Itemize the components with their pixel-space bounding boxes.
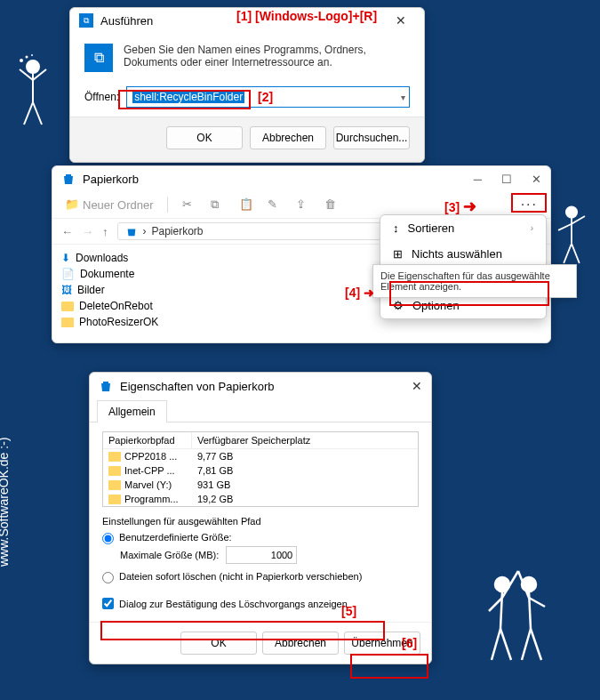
menu-sort[interactable]: ↕Sortieren›	[380, 215, 546, 241]
svg-line-17	[489, 598, 502, 611]
drive-row[interactable]: Programm...19,2 GB	[103, 492, 418, 506]
share-icon[interactable]: ⇪	[296, 197, 310, 212]
svg-line-24	[529, 598, 545, 607]
drive-row[interactable]: Marvel (Y:)931 GB	[103, 478, 418, 492]
radio-custom-label: Benutzerdefinierte Größe:	[119, 532, 232, 543]
run-big-icon	[84, 44, 113, 72]
run-title: Ausführen	[100, 14, 153, 28]
max-size-label: Maximale Größe (MB):	[120, 550, 219, 560]
sidebar-item-pictures[interactable]: 🖼Bilder	[61, 282, 168, 298]
drive-row[interactable]: CPP2018 ...9,77 GB	[103, 449, 418, 463]
svg-point-0	[27, 60, 39, 73]
maximize-button[interactable]: ☐	[501, 173, 512, 186]
properties-title: Eigenschaften von Papierkorb	[120, 380, 274, 393]
delete-icon[interactable]: 🗑	[324, 197, 339, 212]
svg-point-8	[31, 54, 33, 56]
copy-icon[interactable]: ⧉	[211, 197, 225, 212]
explorer-sidebar: ⬇Downloads 📄Dokumente 🖼Bilder DeleteOnRe…	[52, 245, 177, 351]
open-label: Öffnen:	[84, 91, 119, 103]
confirm-label: Dialog zur Bestätigung des Löschvorgangs…	[119, 599, 348, 609]
svg-line-11	[558, 224, 572, 230]
tooltip: Die Eigenschaften für das ausgewählte El…	[372, 264, 577, 298]
stick-figure-1	[11, 53, 55, 133]
apply-button[interactable]: Übernehmen	[344, 632, 420, 655]
menu-select-none[interactable]: ⊞Nichts auswählen	[380, 241, 546, 267]
more-button[interactable]: ···	[521, 197, 538, 213]
browse-button[interactable]: Durchsuchen...	[333, 126, 410, 149]
radio-delete-label: Dateien sofort löschen (nicht in Papierk…	[119, 571, 362, 582]
svg-line-13	[564, 244, 572, 263]
minimize-button[interactable]: ─	[474, 173, 482, 186]
properties-dialog: Eigenschaften von Papierkorb ✕ Allgemein…	[89, 372, 432, 664]
run-icon	[79, 13, 93, 28]
recycle-bin-icon	[61, 172, 76, 186]
paste-icon[interactable]: 📋	[239, 197, 253, 212]
stick-figure-2	[552, 196, 591, 276]
stick-figure-3	[476, 558, 556, 673]
side-url: www.SoftwareOK.de :-)	[0, 438, 11, 567]
recycle-bin-icon	[99, 379, 113, 393]
open-value: shell:RecycleBinFolder	[132, 91, 244, 103]
run-dialog: Ausführen ✕ Geben Sie den Namen eines Pr…	[69, 7, 425, 163]
svg-line-26	[531, 629, 541, 660]
svg-point-7	[26, 56, 28, 59]
sidebar-item-deleteonreboot[interactable]: DeleteOnRebot	[61, 298, 168, 314]
ok-button[interactable]: OK	[166, 126, 243, 149]
radio-custom-size[interactable]	[102, 533, 114, 544]
ok-button[interactable]: OK	[180, 632, 257, 655]
close-button[interactable]: ✕	[532, 173, 541, 186]
svg-line-19	[492, 629, 500, 660]
run-description: Geben Sie den Namen eines Programms, Ord…	[124, 44, 410, 72]
chevron-down-icon[interactable]: ▾	[401, 93, 405, 102]
cut-icon[interactable]: ✂	[182, 197, 196, 212]
svg-line-25	[522, 629, 531, 660]
tab-general[interactable]: Allgemein	[97, 400, 167, 422]
sidebar-item-documents[interactable]: 📄Dokumente	[61, 266, 168, 282]
explorer-title: Papierkorb	[83, 173, 139, 186]
svg-point-6	[20, 59, 23, 62]
rename-icon[interactable]: ✎	[268, 197, 282, 212]
cancel-button[interactable]: Abbrechen	[262, 632, 339, 655]
close-button[interactable]: ✕	[412, 379, 422, 393]
svg-line-5	[33, 102, 42, 125]
confirm-checkbox[interactable]	[102, 598, 114, 609]
drive-row[interactable]: Inet-CPP ...7,81 GB	[103, 463, 418, 478]
svg-line-4	[24, 102, 33, 125]
svg-point-9	[566, 206, 577, 217]
nav-up-icon[interactable]: ↑	[102, 225, 108, 238]
drive-list[interactable]: PapierkorbpfadVerfügbarer Speicherplatz …	[102, 431, 419, 507]
settings-label: Einstellungen für ausgewählten Pfad	[102, 516, 419, 527]
explorer-window: Papierkorb ─ ☐ ✕ 📁Neuer Ordner ✂ ⧉ 📋 ✎ ⇪…	[52, 165, 551, 343]
sidebar-item-photoresizerok[interactable]: PhotoResizerOK	[61, 314, 168, 330]
nav-forward-icon[interactable]: →	[82, 225, 93, 238]
new-folder-button[interactable]: 📁Neuer Ordner	[65, 197, 153, 212]
cancel-button[interactable]: Abbrechen	[250, 126, 326, 149]
svg-line-14	[572, 244, 580, 263]
radio-delete-immediately[interactable]	[102, 572, 114, 583]
open-combobox[interactable]: shell:RecycleBinFolder ▾	[126, 86, 410, 108]
close-button[interactable]: ✕	[387, 13, 415, 28]
nav-back-icon[interactable]: ←	[61, 225, 73, 238]
max-size-input[interactable]	[226, 546, 297, 564]
svg-line-20	[500, 629, 511, 660]
sidebar-item-downloads[interactable]: ⬇Downloads	[61, 250, 168, 266]
